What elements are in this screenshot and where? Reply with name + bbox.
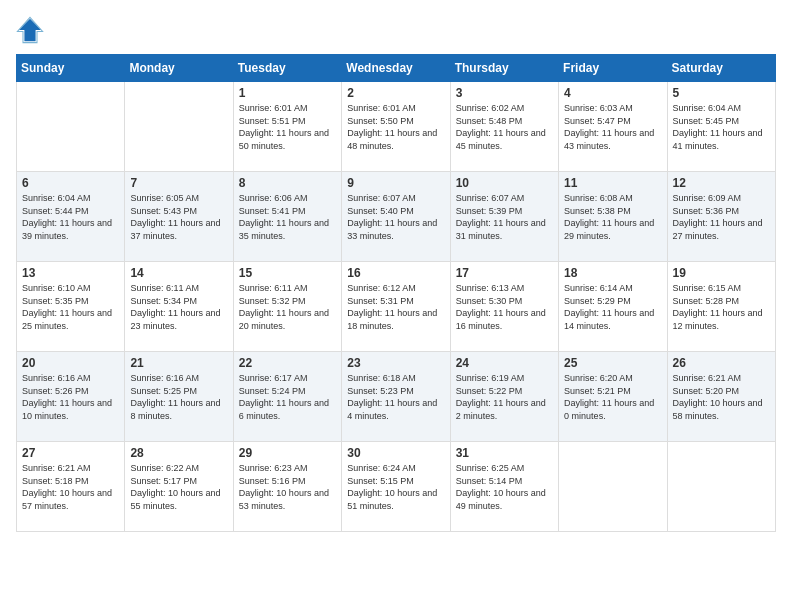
- calendar-cell: 13Sunrise: 6:10 AMSunset: 5:35 PMDayligh…: [17, 262, 125, 352]
- day-number: 14: [130, 266, 227, 280]
- calendar-cell: 23Sunrise: 6:18 AMSunset: 5:23 PMDayligh…: [342, 352, 450, 442]
- weekday-header-tuesday: Tuesday: [233, 55, 341, 82]
- day-info: Sunrise: 6:25 AMSunset: 5:14 PMDaylight:…: [456, 462, 553, 512]
- week-row-1: 1Sunrise: 6:01 AMSunset: 5:51 PMDaylight…: [17, 82, 776, 172]
- day-number: 26: [673, 356, 770, 370]
- day-number: 20: [22, 356, 119, 370]
- day-info: Sunrise: 6:14 AMSunset: 5:29 PMDaylight:…: [564, 282, 661, 332]
- day-info: Sunrise: 6:08 AMSunset: 5:38 PMDaylight:…: [564, 192, 661, 242]
- day-number: 19: [673, 266, 770, 280]
- calendar-cell: [667, 442, 775, 532]
- week-row-4: 20Sunrise: 6:16 AMSunset: 5:26 PMDayligh…: [17, 352, 776, 442]
- day-info: Sunrise: 6:03 AMSunset: 5:47 PMDaylight:…: [564, 102, 661, 152]
- day-info: Sunrise: 6:15 AMSunset: 5:28 PMDaylight:…: [673, 282, 770, 332]
- calendar-cell: 19Sunrise: 6:15 AMSunset: 5:28 PMDayligh…: [667, 262, 775, 352]
- calendar-cell: 22Sunrise: 6:17 AMSunset: 5:24 PMDayligh…: [233, 352, 341, 442]
- day-number: 6: [22, 176, 119, 190]
- day-number: 3: [456, 86, 553, 100]
- day-number: 11: [564, 176, 661, 190]
- calendar-cell: 17Sunrise: 6:13 AMSunset: 5:30 PMDayligh…: [450, 262, 558, 352]
- day-info: Sunrise: 6:11 AMSunset: 5:34 PMDaylight:…: [130, 282, 227, 332]
- day-number: 24: [456, 356, 553, 370]
- day-info: Sunrise: 6:23 AMSunset: 5:16 PMDaylight:…: [239, 462, 336, 512]
- day-info: Sunrise: 6:01 AMSunset: 5:50 PMDaylight:…: [347, 102, 444, 152]
- day-number: 7: [130, 176, 227, 190]
- logo-icon: [16, 16, 44, 44]
- week-row-2: 6Sunrise: 6:04 AMSunset: 5:44 PMDaylight…: [17, 172, 776, 262]
- day-number: 12: [673, 176, 770, 190]
- day-info: Sunrise: 6:20 AMSunset: 5:21 PMDaylight:…: [564, 372, 661, 422]
- calendar-cell: [17, 82, 125, 172]
- calendar-cell: 27Sunrise: 6:21 AMSunset: 5:18 PMDayligh…: [17, 442, 125, 532]
- day-number: 17: [456, 266, 553, 280]
- calendar-cell: 7Sunrise: 6:05 AMSunset: 5:43 PMDaylight…: [125, 172, 233, 262]
- day-info: Sunrise: 6:24 AMSunset: 5:15 PMDaylight:…: [347, 462, 444, 512]
- day-number: 27: [22, 446, 119, 460]
- day-info: Sunrise: 6:22 AMSunset: 5:17 PMDaylight:…: [130, 462, 227, 512]
- day-info: Sunrise: 6:19 AMSunset: 5:22 PMDaylight:…: [456, 372, 553, 422]
- week-row-5: 27Sunrise: 6:21 AMSunset: 5:18 PMDayligh…: [17, 442, 776, 532]
- calendar-cell: 11Sunrise: 6:08 AMSunset: 5:38 PMDayligh…: [559, 172, 667, 262]
- day-number: 1: [239, 86, 336, 100]
- day-number: 2: [347, 86, 444, 100]
- day-info: Sunrise: 6:13 AMSunset: 5:30 PMDaylight:…: [456, 282, 553, 332]
- day-info: Sunrise: 6:04 AMSunset: 5:45 PMDaylight:…: [673, 102, 770, 152]
- calendar-cell: 18Sunrise: 6:14 AMSunset: 5:29 PMDayligh…: [559, 262, 667, 352]
- day-info: Sunrise: 6:02 AMSunset: 5:48 PMDaylight:…: [456, 102, 553, 152]
- calendar-cell: 1Sunrise: 6:01 AMSunset: 5:51 PMDaylight…: [233, 82, 341, 172]
- day-number: 30: [347, 446, 444, 460]
- calendar-cell: 25Sunrise: 6:20 AMSunset: 5:21 PMDayligh…: [559, 352, 667, 442]
- day-number: 9: [347, 176, 444, 190]
- day-number: 22: [239, 356, 336, 370]
- calendar-cell: 6Sunrise: 6:04 AMSunset: 5:44 PMDaylight…: [17, 172, 125, 262]
- day-info: Sunrise: 6:04 AMSunset: 5:44 PMDaylight:…: [22, 192, 119, 242]
- weekday-header-friday: Friday: [559, 55, 667, 82]
- day-info: Sunrise: 6:01 AMSunset: 5:51 PMDaylight:…: [239, 102, 336, 152]
- calendar-cell: 20Sunrise: 6:16 AMSunset: 5:26 PMDayligh…: [17, 352, 125, 442]
- calendar-cell: 12Sunrise: 6:09 AMSunset: 5:36 PMDayligh…: [667, 172, 775, 262]
- calendar-cell: 3Sunrise: 6:02 AMSunset: 5:48 PMDaylight…: [450, 82, 558, 172]
- weekday-header-wednesday: Wednesday: [342, 55, 450, 82]
- week-row-3: 13Sunrise: 6:10 AMSunset: 5:35 PMDayligh…: [17, 262, 776, 352]
- day-number: 25: [564, 356, 661, 370]
- day-info: Sunrise: 6:18 AMSunset: 5:23 PMDaylight:…: [347, 372, 444, 422]
- calendar-table: SundayMondayTuesdayWednesdayThursdayFrid…: [16, 54, 776, 532]
- calendar-cell: 10Sunrise: 6:07 AMSunset: 5:39 PMDayligh…: [450, 172, 558, 262]
- day-info: Sunrise: 6:07 AMSunset: 5:40 PMDaylight:…: [347, 192, 444, 242]
- calendar-cell: 4Sunrise: 6:03 AMSunset: 5:47 PMDaylight…: [559, 82, 667, 172]
- calendar-cell: 5Sunrise: 6:04 AMSunset: 5:45 PMDaylight…: [667, 82, 775, 172]
- day-number: 28: [130, 446, 227, 460]
- day-info: Sunrise: 6:17 AMSunset: 5:24 PMDaylight:…: [239, 372, 336, 422]
- header: [16, 16, 776, 44]
- calendar-cell: 8Sunrise: 6:06 AMSunset: 5:41 PMDaylight…: [233, 172, 341, 262]
- calendar-cell: 24Sunrise: 6:19 AMSunset: 5:22 PMDayligh…: [450, 352, 558, 442]
- day-number: 8: [239, 176, 336, 190]
- day-number: 31: [456, 446, 553, 460]
- day-info: Sunrise: 6:09 AMSunset: 5:36 PMDaylight:…: [673, 192, 770, 242]
- day-info: Sunrise: 6:11 AMSunset: 5:32 PMDaylight:…: [239, 282, 336, 332]
- svg-marker-0: [19, 19, 41, 41]
- day-info: Sunrise: 6:21 AMSunset: 5:20 PMDaylight:…: [673, 372, 770, 422]
- calendar-cell: 9Sunrise: 6:07 AMSunset: 5:40 PMDaylight…: [342, 172, 450, 262]
- calendar-cell: 15Sunrise: 6:11 AMSunset: 5:32 PMDayligh…: [233, 262, 341, 352]
- calendar-cell: 2Sunrise: 6:01 AMSunset: 5:50 PMDaylight…: [342, 82, 450, 172]
- weekday-header-row: SundayMondayTuesdayWednesdayThursdayFrid…: [17, 55, 776, 82]
- calendar-cell: 21Sunrise: 6:16 AMSunset: 5:25 PMDayligh…: [125, 352, 233, 442]
- day-number: 23: [347, 356, 444, 370]
- calendar-cell: 16Sunrise: 6:12 AMSunset: 5:31 PMDayligh…: [342, 262, 450, 352]
- day-number: 10: [456, 176, 553, 190]
- day-info: Sunrise: 6:16 AMSunset: 5:26 PMDaylight:…: [22, 372, 119, 422]
- calendar-cell: [559, 442, 667, 532]
- calendar-cell: 26Sunrise: 6:21 AMSunset: 5:20 PMDayligh…: [667, 352, 775, 442]
- day-number: 5: [673, 86, 770, 100]
- calendar-cell: [125, 82, 233, 172]
- calendar-cell: 29Sunrise: 6:23 AMSunset: 5:16 PMDayligh…: [233, 442, 341, 532]
- weekday-header-sunday: Sunday: [17, 55, 125, 82]
- calendar-cell: 30Sunrise: 6:24 AMSunset: 5:15 PMDayligh…: [342, 442, 450, 532]
- day-info: Sunrise: 6:21 AMSunset: 5:18 PMDaylight:…: [22, 462, 119, 512]
- day-info: Sunrise: 6:06 AMSunset: 5:41 PMDaylight:…: [239, 192, 336, 242]
- day-number: 15: [239, 266, 336, 280]
- day-number: 13: [22, 266, 119, 280]
- weekday-header-saturday: Saturday: [667, 55, 775, 82]
- logo: [16, 16, 48, 44]
